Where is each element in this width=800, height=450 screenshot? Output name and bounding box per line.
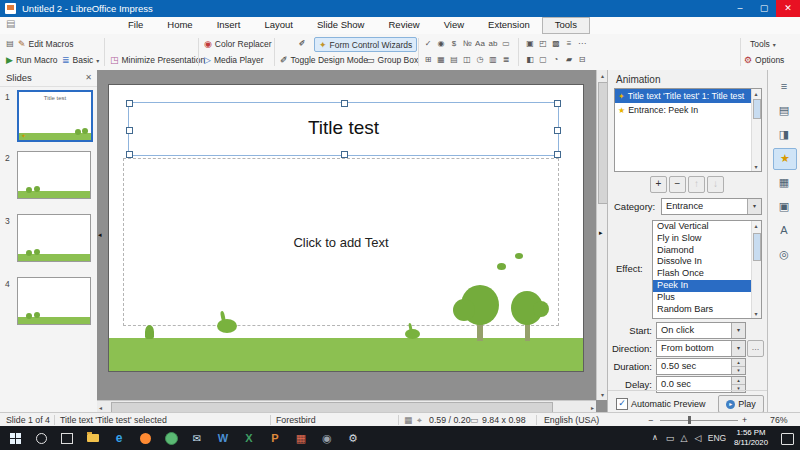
macro-doc-icon[interactable]: ▤ [4,37,16,50]
automatic-preview-checkbox[interactable]: ✓ [616,398,628,410]
minimize-button[interactable]: – [728,0,752,17]
selection-handle[interactable] [341,100,348,107]
more-control-icon[interactable]: ≡ [563,37,575,50]
animation-list-item[interactable]: ✦ Title text 'Title test' 1: Title test [615,89,752,103]
more-control-icon[interactable]: ◰ [537,37,549,50]
impress-taskbar-button[interactable]: ▦ [288,426,314,450]
panel-splitter-left[interactable]: ◂ [98,230,102,240]
slide-thumbnail-3[interactable] [17,214,91,262]
form-control-icon[interactable]: ▭ [500,37,512,50]
form-control-icon[interactable]: ✓ [422,37,434,50]
effect-option[interactable]: Plus [653,292,752,304]
duration-spinner[interactable]: 0.50 sec ▴ ▾ [656,358,746,375]
direction-dropdown[interactable]: From bottom ▾ [656,340,746,357]
action-center-icon[interactable] [781,433,794,445]
form-control-icon[interactable]: Aa [474,37,486,50]
menu-layout[interactable]: Layout [252,17,305,34]
scroll-up-arrow[interactable]: ▴ [752,222,760,229]
group-box-button[interactable]: ▭ Group Box [366,53,418,67]
more-control-icon[interactable]: ▣ [524,37,536,50]
move-up-button[interactable]: ↑ [688,176,705,193]
selection-handle[interactable] [554,151,561,158]
spin-up-icon[interactable]: ▴ [732,359,745,367]
selection-handle[interactable] [126,100,133,107]
powerpoint-button[interactable]: P [262,426,288,450]
form-control-icon[interactable]: ≣ [500,53,512,66]
more-control-icon[interactable]: ⋯ [576,37,588,50]
add-effect-button[interactable]: + [650,176,667,193]
spin-up-icon[interactable]: ▴ [732,377,745,385]
effect-list[interactable]: Oval Vertical Fly in Slow Diamond Dissol… [652,220,762,319]
effect-option[interactable]: Flash Once [653,268,752,280]
animation-list-item[interactable]: ★ Entrance: Peek In [615,103,752,117]
word-button[interactable]: W [210,426,236,450]
effect-option[interactable]: Diamond [653,245,752,257]
slide-thumbnail-1[interactable]: Title test ✦ [17,90,93,142]
form-control-icon[interactable]: ◉ [435,37,447,50]
more-control-icon[interactable]: ▩ [550,37,562,50]
more-control-icon[interactable]: ▰ [563,53,575,66]
properties-icon[interactable]: ▤ [773,100,795,120]
minimize-presentation-button[interactable]: ◳ Minimize Presentation [110,53,205,67]
form-control-icon[interactable]: $ [448,37,460,50]
effect-options-button[interactable]: … [747,340,764,357]
form-control-icon[interactable]: ⊞ [422,53,434,66]
sidebar-settings-icon[interactable]: ≡ [773,76,795,96]
zoom-out-button[interactable]: − [648,413,653,427]
menu-tools[interactable]: Tools [542,17,590,34]
toggle-design-mode-button[interactable]: ✐ Toggle Design Mode [280,53,368,67]
menu-review[interactable]: Review [376,17,431,34]
animation-list-scrollbar[interactable]: ▴ ▾ [751,89,761,171]
color-replacer-button[interactable]: ◉ Color Replacer [204,37,272,51]
menu-extension[interactable]: Extension [476,17,542,34]
scroll-up-arrow[interactable]: ▴ [752,90,760,97]
zoom-slider-thumb[interactable] [688,416,691,424]
form-control-icon[interactable]: ab [487,37,499,50]
design-pen-icon[interactable]: ✐ [296,37,308,50]
zoom-slider-track[interactable] [660,420,738,421]
selection-handle[interactable] [126,151,133,158]
hidden-icons-chevron[interactable]: ∧ [648,426,662,450]
edit-macros-button[interactable]: ✎ Edit Macros [18,37,73,51]
more-control-icon[interactable]: ◧ [524,53,536,66]
scroll-right-arrow[interactable]: ▸ [591,404,594,411]
effect-option[interactable]: Oval Vertical [653,221,752,233]
scroll-down-arrow[interactable]: ▾ [752,310,760,317]
menu-file[interactable]: File [116,17,155,34]
slide-thumbnail-4[interactable] [17,277,91,325]
scrollbar-thumb[interactable] [753,99,761,119]
category-dropdown[interactable]: Entrance ▾ [661,198,762,215]
search-button[interactable] [28,426,54,450]
edge-button[interactable]: e [106,426,132,450]
menubar-doc-icon[interactable]: ▤ [6,18,15,29]
scrollbar-thumb[interactable] [753,233,761,261]
selection-handle[interactable] [341,151,348,158]
gallery-icon[interactable]: ▣ [773,196,795,216]
menu-view[interactable]: View [432,17,476,34]
run-macro-button[interactable]: ▶ Run Macro [6,53,58,67]
menu-insert[interactable]: Insert [205,17,253,34]
more-control-icon[interactable]: ◔ [550,53,562,66]
effect-option[interactable]: Dissolve In [653,256,752,268]
form-control-icon[interactable]: № [461,37,473,50]
panel-splitter-right[interactable]: ▸ [599,228,603,238]
form-control-icon[interactable]: ▥ [487,53,499,66]
slide-transition-icon[interactable]: ◨ [773,124,795,144]
slides-panel-close-icon[interactable]: ✕ [85,70,92,86]
selection-handle[interactable] [554,127,561,134]
form-control-icon[interactable]: ◫ [461,53,473,66]
chevron-down-icon[interactable]: ▾ [731,341,745,356]
slide[interactable]: Title test Click to add Text [108,84,584,372]
media-player-button[interactable]: ▷ Media Player [204,53,264,67]
menu-slide-show[interactable]: Slide Show [305,17,377,34]
effect-option[interactable]: Random Bars [653,304,752,316]
selection-handle[interactable] [554,100,561,107]
form-control-wizards-button[interactable]: ✦ Form Control Wizards [314,37,417,52]
master-slides-icon[interactable]: ▦ [773,172,795,192]
battery-icon[interactable]: ▭ [664,426,676,450]
more-control-icon[interactable]: ▢ [537,53,549,66]
basic-button[interactable]: ≣ Basic ▾ [62,53,99,67]
excel-button[interactable]: X [236,426,262,450]
animation-tab-icon[interactable]: ★ [773,148,797,170]
file-explorer-button[interactable] [80,426,106,450]
